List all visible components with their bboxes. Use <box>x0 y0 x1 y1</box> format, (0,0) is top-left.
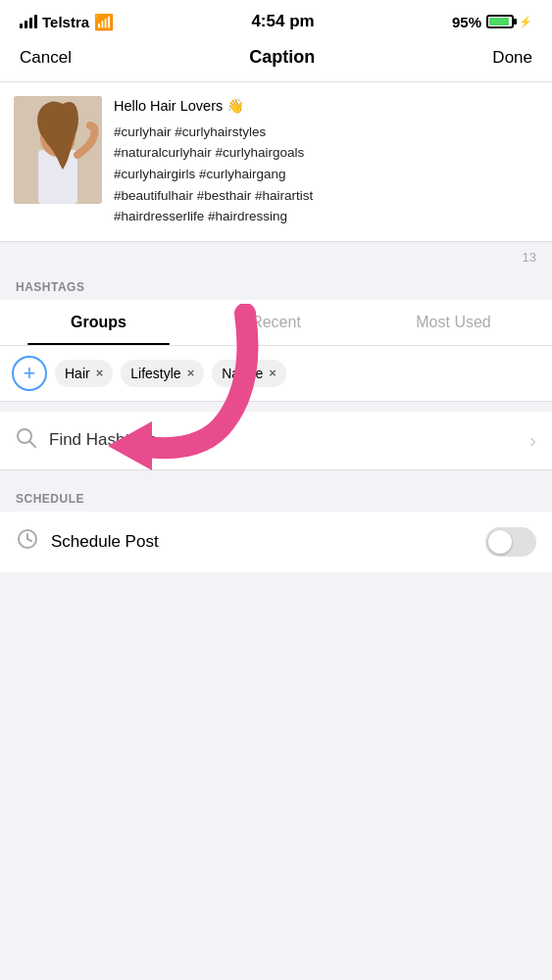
signal-bars <box>20 15 37 28</box>
status-left: Telstra 📶 <box>20 13 114 31</box>
tab-groups[interactable]: Groups <box>10 300 187 345</box>
battery-percent: 95% <box>452 14 481 30</box>
chip-hair-close[interactable]: × <box>96 366 104 380</box>
find-hashtags-label: Find Hashtags <box>49 430 529 450</box>
bolt-icon: ⚡ <box>519 16 532 28</box>
add-group-button[interactable]: + <box>12 356 47 391</box>
hashtags-section-label: HASHTAGS <box>0 269 552 300</box>
svg-line-9 <box>27 539 31 541</box>
clock-icon <box>16 527 39 557</box>
chip-lifestyle-close[interactable]: × <box>187 366 195 380</box>
schedule-section-label: SCHEDULE <box>0 480 552 512</box>
schedule-post-label: Schedule Post <box>51 532 474 552</box>
find-hashtags-row[interactable]: Find Hashtags › <box>0 412 552 470</box>
group-chip-lifestyle[interactable]: Lifestyle × <box>121 360 204 387</box>
status-time: 4:54 pm <box>251 12 314 31</box>
caption-greeting: Hello Hair Lovers 👋 <box>114 96 538 118</box>
chip-nature-label: Nature <box>222 366 263 381</box>
svg-line-6 <box>30 441 36 447</box>
schedule-section: SCHEDULE Schedule Post <box>0 480 552 572</box>
caption-hashtags: #curlyhair #curlyhairstyles #naturalcurl… <box>114 122 538 227</box>
tab-recent[interactable]: Recent <box>187 300 365 345</box>
wifi-icon: 📶 <box>94 13 114 31</box>
search-icon <box>16 427 37 454</box>
bar2 <box>25 21 27 28</box>
cancel-button[interactable]: Cancel <box>20 48 72 68</box>
chevron-right-icon: › <box>529 429 536 452</box>
schedule-row: Schedule Post <box>0 512 552 572</box>
page-title: Caption <box>249 47 315 68</box>
chip-hair-label: Hair <box>65 366 90 381</box>
groups-row: + Hair × Lifestyle × Nature × <box>0 346 552 402</box>
caption-text-area[interactable]: Hello Hair Lovers 👋 #curlyhair #curlyhai… <box>114 96 538 227</box>
battery-fill <box>489 18 509 25</box>
char-count: 13 <box>0 246 552 269</box>
tabs-container: Groups Recent Most Used <box>0 300 552 346</box>
group-chip-hair[interactable]: Hair × <box>55 360 113 387</box>
tab-most-used[interactable]: Most Used <box>365 300 542 345</box>
bottom-space <box>0 572 552 788</box>
nav-bar: Cancel Caption Done <box>0 37 552 82</box>
caption-section: Hello Hair Lovers 👋 #curlyhair #curlyhai… <box>0 82 552 242</box>
chip-lifestyle-label: Lifestyle <box>130 366 180 381</box>
bar3 <box>29 18 32 28</box>
plus-icon: + <box>24 361 36 386</box>
schedule-toggle[interactable] <box>485 527 536 557</box>
bar4 <box>34 15 37 28</box>
battery-body <box>486 15 514 28</box>
post-thumbnail <box>14 96 102 204</box>
toggle-knob <box>488 530 512 554</box>
status-bar: Telstra 📶 4:54 pm 95% ⚡ <box>0 0 552 37</box>
bar1 <box>20 24 23 28</box>
person-svg <box>14 96 102 204</box>
status-right: 95% ⚡ <box>452 14 532 30</box>
section-divider: 13 HASHTAGS <box>0 242 552 300</box>
thumbnail-image <box>14 96 102 204</box>
battery-icon <box>486 15 514 28</box>
chip-nature-close[interactable]: × <box>269 366 276 380</box>
carrier-label: Telstra <box>42 14 89 30</box>
done-button[interactable]: Done <box>492 48 532 68</box>
group-chip-nature[interactable]: Nature × <box>212 360 286 387</box>
